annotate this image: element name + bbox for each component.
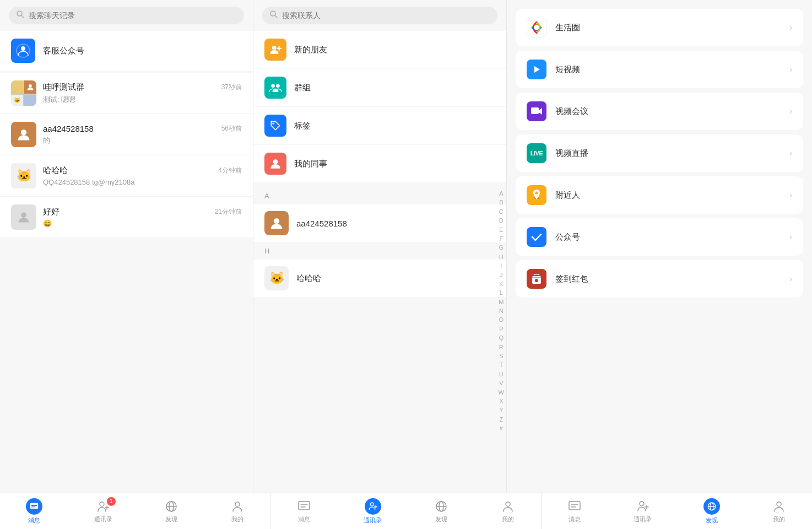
mine-icon-3 [772,499,786,514]
nav-contacts-1[interactable]: 1 通讯录 [89,496,118,527]
svg-line-1 [21,15,24,18]
nav-discover-1[interactable]: 发现 [159,496,184,527]
chat-preview: QQ424528158 tg@my2108a [43,178,242,186]
contact-item[interactable]: 🐱 哈哈哈 [253,260,506,298]
category-groups[interactable]: 群组 [253,69,506,107]
svg-point-6 [21,213,26,218]
contacts-search-input[interactable] [282,11,490,20]
chat-search-input[interactable] [29,11,236,20]
alpha-j[interactable]: J [500,271,503,279]
discover-video-meeting[interactable]: 视频会议 › [516,93,803,130]
contacts-icon-3 [636,499,650,514]
category-new-friends[interactable]: 新的朋友 [253,31,506,69]
nav-contacts-2[interactable]: 通讯录 [358,495,387,528]
alpha-d[interactable]: D [499,217,504,225]
alpha-e[interactable]: E [499,226,503,234]
nav-mine-1[interactable]: 我的 [225,496,250,527]
public-account-icon [527,227,546,247]
contact-name: 哈哈哈 [296,273,321,284]
alpha-n[interactable]: N [499,307,504,315]
nav-mine-3[interactable]: 我的 [766,496,792,527]
right-panel: 生活圈 › 短视频 › 视频会议 › [507,0,812,493]
alpha-x[interactable]: X [499,397,503,406]
cs-name: 客服公众号 [43,46,84,56]
search-icon [17,10,24,20]
alpha-s[interactable]: S [499,352,503,360]
alpha-f[interactable]: F [499,235,503,243]
chat-name: 哇呼测试群 [43,82,84,93]
nearby-label: 附近人 [555,190,781,201]
alpha-k[interactable]: K [499,280,503,288]
life-circle-arrow: › [789,23,792,33]
nav-mine-2[interactable]: 我的 [495,496,521,527]
alpha-b[interactable]: B [499,198,503,207]
chat-item[interactable]: 🐱 哈哈哈 4分钟前 QQ424528158 tg@my2108a [0,155,253,197]
alpha-l[interactable]: L [500,289,503,297]
alpha-h[interactable]: H [499,253,504,261]
alpha-g[interactable]: G [499,244,504,252]
discover-public-account[interactable]: 公众号 › [516,218,803,256]
contact-item[interactable]: aa424528158 [253,204,506,242]
chat-item[interactable]: 好好 21分钟前 😄 [0,197,253,238]
nav-contacts-3[interactable]: 通讯录 [628,496,657,527]
chat-avatar: 🐱 [11,163,36,188]
nav-msg-3[interactable]: 消息 [562,496,587,527]
chat-search-wrap[interactable] [9,7,244,24]
contacts-badge-1: 1 [107,497,116,506]
contacts-search-wrap[interactable] [262,7,497,24]
tags-label: 标签 [294,121,311,131]
nav-section-middle: 消息 通讯录 发现 [271,493,542,529]
discover-icon-1 [164,499,178,514]
nav-msg-1[interactable]: 消息 [20,495,48,528]
customer-service-item[interactable]: 客服公众号 [0,31,253,71]
discover-life-circle[interactable]: 生活圈 › [516,9,803,46]
nav-discover-2[interactable]: 发现 [429,496,454,527]
chat-search-bar [0,0,253,31]
alpha-p[interactable]: P [499,325,503,333]
discover-short-video[interactable]: 短视频 › [516,51,803,88]
alpha-a[interactable]: A [499,190,503,198]
chat-time: 37秒前 [221,83,242,92]
discover-nearby[interactable]: 附近人 › [516,176,803,214]
contact-avatar [264,211,289,235]
nav-msg-2[interactable]: 消息 [291,496,317,527]
section-header-h: H [253,242,506,260]
alpha-u[interactable]: U [499,370,504,379]
alpha-q[interactable]: Q [499,334,504,342]
svg-point-21 [535,192,538,195]
alpha-r[interactable]: R [499,343,504,352]
msg-icon-2 [297,499,311,514]
search-icon [270,10,278,20]
alpha-i[interactable]: I [500,262,502,270]
alpha-o[interactable]: O [499,316,504,324]
sign-redpack-icon [527,269,546,289]
category-tags[interactable]: 标签 [253,107,506,145]
nav-discover-3[interactable]: 发现 [698,495,726,528]
category-colleagues[interactable]: 我的同事 [253,145,506,183]
video-meeting-label: 视频会议 [555,106,781,117]
alpha-v[interactable]: V [499,379,503,387]
short-video-icon [527,60,546,79]
alpha-t[interactable]: T [499,361,503,369]
alpha-m[interactable]: M [499,298,504,306]
discover-icon-active [703,498,720,515]
new-friends-label: 新的朋友 [294,45,327,55]
alpha-y[interactable]: Y [499,406,503,414]
contacts-list: A aa424528158 H 🐱 哈哈哈 A B [253,187,506,493]
cs-avatar [11,39,35,63]
discover-video-live[interactable]: LIVE 视频直播 › [516,134,803,172]
svg-rect-30 [299,501,310,510]
chat-info: 好好 21分钟前 😄 [43,207,242,228]
alpha-c[interactable]: C [499,208,504,216]
nav-discover-3-label: 发现 [706,516,718,525]
group-avatar: 🐱 [11,80,36,106]
chat-item[interactable]: 🐱 哇呼测试群 37秒前 测试: 嗯嗯 [0,73,253,114]
svg-line-8 [275,15,277,18]
chat-name: 好好 [43,207,59,217]
svg-point-37 [640,501,644,506]
discover-sign-redpack[interactable]: 签到红包 › [516,260,803,298]
chat-item[interactable]: aa424528158 56秒前 的 [0,114,253,155]
alpha-hash[interactable]: # [500,424,503,433]
alpha-z[interactable]: Z [499,415,503,424]
alpha-w[interactable]: W [499,388,504,397]
